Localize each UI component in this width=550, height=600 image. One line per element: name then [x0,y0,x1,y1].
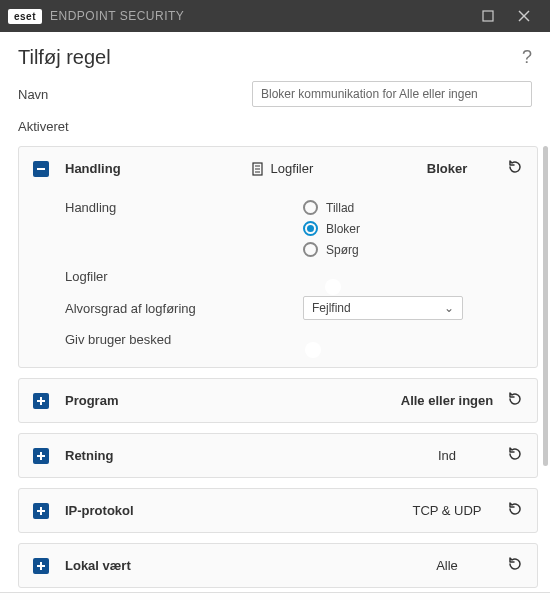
window-maximize-button[interactable] [470,0,506,32]
logfiles-icon [251,162,265,176]
action-card-head: Handling Logfiler Bloker [19,147,537,190]
svg-rect-17 [40,507,42,515]
localhost-title: Lokal vært [65,558,131,573]
svg-rect-0 [483,11,493,21]
window-close-button[interactable] [506,0,542,32]
protocol-title: IP-protokol [65,503,134,518]
brand-badge: eset [8,9,42,24]
direction-value: Ind [397,448,497,463]
handling-label: Handling [65,200,265,215]
enabled-label: Aktiveret [18,119,178,134]
svg-rect-11 [40,397,42,405]
reset-icon[interactable] [507,446,523,465]
reset-icon[interactable] [507,159,523,178]
chevron-down-icon: ⌄ [444,301,454,315]
localhost-card: Lokal vært Alle [18,543,538,588]
svg-rect-20 [40,562,42,570]
logfiles-indicator-label: Logfiler [271,161,314,176]
app-name: ENDPOINT SECURITY [50,9,184,23]
localhost-value: Alle [397,558,497,573]
footer: OK Annuller [0,592,550,600]
severity-label: Alvorsgrad af logføring [65,301,265,316]
severity-select[interactable]: Fejlfind ⌄ [303,296,463,320]
reset-icon[interactable] [507,556,523,575]
logfiles-indicator: Logfiler [251,161,397,176]
help-icon[interactable]: ? [522,47,532,68]
reset-icon[interactable] [507,391,523,410]
notify-label: Giv bruger besked [65,332,265,347]
name-label: Navn [18,87,178,102]
radio-allow[interactable]: Tillad [303,200,360,215]
radio-block[interactable]: Bloker [303,221,360,236]
expand-icon[interactable] [33,503,49,519]
dialog-title: Tilføj regel [18,46,522,69]
action-card-title: Handling [65,161,121,176]
action-card-body: Handling Tillad Bloker Spørg Logfiler Al… [19,190,537,367]
radio-block-label: Bloker [326,222,360,236]
expand-icon[interactable] [33,558,49,574]
program-title: Program [65,393,118,408]
handling-radio-group: Tillad Bloker Spørg [303,200,360,257]
reset-icon[interactable] [507,501,523,520]
scrollbar-thumb[interactable] [543,146,548,466]
action-card: Handling Logfiler Bloker Handling Tillad… [18,146,538,368]
expand-icon[interactable] [33,393,49,409]
radio-allow-label: Tillad [326,201,354,215]
direction-card: Retning Ind [18,433,538,478]
radio-ask[interactable]: Spørg [303,242,360,257]
logfiles-row-label: Logfiler [65,269,265,284]
radio-ask-label: Spørg [326,243,359,257]
svg-rect-4 [37,168,45,170]
protocol-card: IP-protokol TCP & UDP [18,488,538,533]
action-summary-value: Bloker [397,161,497,176]
titlebar: eset ENDPOINT SECURITY [0,0,550,32]
svg-rect-14 [40,452,42,460]
protocol-value: TCP & UDP [397,503,497,518]
name-input[interactable] [252,81,532,107]
name-row: Navn [0,75,550,113]
program-card: Program Alle eller ingen [18,378,538,423]
enabled-row: Aktiveret [0,113,550,140]
severity-value: Fejlfind [312,301,351,315]
direction-title: Retning [65,448,113,463]
collapse-icon[interactable] [33,161,49,177]
expand-icon[interactable] [33,448,49,464]
content-scroll[interactable]: Handling Logfiler Bloker Handling Tillad… [0,140,542,592]
dialog-header: Tilføj regel ? [0,32,550,75]
program-value: Alle eller ingen [397,393,497,408]
